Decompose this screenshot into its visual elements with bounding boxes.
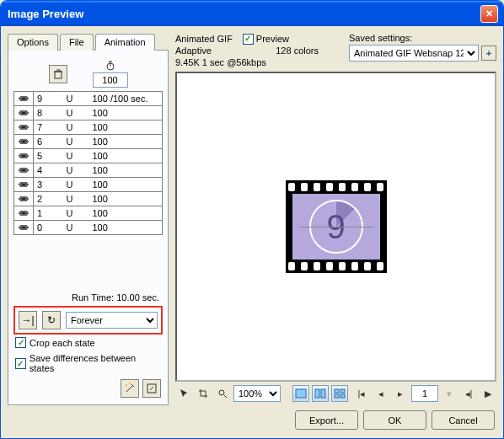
- eye-icon: [18, 138, 29, 145]
- svg-rect-7: [315, 389, 319, 398]
- eye-icon: [18, 110, 29, 116]
- frame-disposal: U: [51, 163, 89, 178]
- play-button[interactable]: ▶: [480, 385, 496, 402]
- saved-label: Saved settings:: [349, 33, 496, 43]
- frame-delay-input[interactable]: [93, 72, 128, 88]
- pointer-tool[interactable]: [175, 385, 192, 402]
- runtime-label: Run Time: 10.00 sec.: [13, 289, 163, 304]
- crop-checkbox[interactable]: ✓: [15, 337, 26, 348]
- frame-row[interactable]: 7U100: [14, 120, 163, 135]
- frame-delay: 100: [89, 178, 163, 192]
- loop-button[interactable]: ↻: [42, 311, 61, 329]
- play-once-button[interactable]: →|: [19, 311, 37, 329]
- next-frame-button[interactable]: ▸: [392, 385, 409, 402]
- frame-delay: 100: [89, 206, 163, 221]
- trash-icon: [53, 69, 63, 79]
- frame-number: 1: [34, 206, 51, 221]
- export-button[interactable]: Export...: [295, 410, 358, 430]
- svg-rect-8: [321, 389, 325, 398]
- view-2up-button[interactable]: [312, 385, 329, 402]
- frame-disposal: U: [51, 221, 89, 235]
- tab-file[interactable]: File: [60, 34, 94, 51]
- frame-delay: 100: [89, 163, 163, 178]
- view-1-icon: [295, 388, 307, 399]
- frame-number: 7: [34, 120, 51, 135]
- eye-icon: [18, 124, 29, 131]
- frame-number: 0: [34, 221, 51, 235]
- view-4up-button[interactable]: [331, 385, 348, 402]
- cancel-button[interactable]: Cancel: [432, 410, 495, 430]
- eye-icon: [18, 195, 29, 202]
- ok-button[interactable]: OK: [363, 410, 426, 430]
- frame-number: 2: [34, 192, 51, 206]
- frame-disposal: U: [51, 149, 89, 163]
- tab-animation[interactable]: Animation: [95, 34, 155, 51]
- window-title: Image Preview: [6, 8, 480, 20]
- svg-rect-10: [340, 389, 345, 393]
- frame-row[interactable]: 3U100: [14, 178, 163, 192]
- play-prev-button[interactable]: ◂|: [460, 385, 477, 402]
- pointer-icon: [179, 388, 189, 399]
- add-setting-button[interactable]: +: [481, 46, 496, 61]
- mode-label: Adaptive: [175, 45, 212, 56]
- frame-number: 9: [34, 92, 51, 106]
- svg-point-2: [126, 384, 127, 386]
- first-frame-button[interactable]: |◂: [353, 385, 370, 402]
- view-1up-button[interactable]: [292, 385, 309, 402]
- frame-row[interactable]: 0U100: [14, 221, 163, 235]
- edit-button[interactable]: [142, 379, 161, 398]
- frame-number-input[interactable]: [411, 385, 438, 402]
- format-label: Animated GIF: [175, 33, 233, 45]
- diff-checkbox[interactable]: ✓: [15, 358, 26, 369]
- zoom-select[interactable]: 100%: [233, 385, 281, 402]
- loop-controls: →| ↻ Forever: [13, 306, 163, 335]
- saved-settings-select[interactable]: Animated GIF Websnap 128: [349, 45, 479, 62]
- diff-label: Save differences between states: [29, 353, 161, 373]
- eye-icon: [18, 167, 29, 174]
- svg-rect-6: [296, 389, 306, 398]
- frame-delay: 100: [89, 135, 163, 149]
- frame-spinner[interactable]: ▾: [441, 385, 458, 402]
- colors-label: 128 colors: [276, 45, 319, 56]
- frame-row[interactable]: 2U100: [14, 192, 163, 206]
- svg-point-5: [219, 390, 224, 395]
- loop-select[interactable]: Forever: [66, 312, 158, 329]
- frame-number: 4: [34, 163, 51, 178]
- tab-strip: Options File Animation: [8, 33, 169, 51]
- eye-icon: [18, 181, 29, 188]
- frame-row[interactable]: 9U100 /100 sec.: [14, 92, 163, 106]
- zoom-tool[interactable]: [214, 385, 231, 402]
- close-button[interactable]: ✕: [480, 5, 498, 23]
- eye-icon: [18, 95, 29, 102]
- svg-rect-9: [335, 389, 339, 393]
- frame-delay: 100: [89, 149, 163, 163]
- frame-number: 8: [34, 106, 51, 120]
- frame-row[interactable]: 8U100: [14, 106, 163, 120]
- svg-point-3: [129, 383, 131, 384]
- tab-options[interactable]: Options: [8, 34, 58, 51]
- preview-toolbar: 100% |◂ ◂ ▸ ▾ ◂| ▶: [175, 382, 496, 405]
- crop-tool[interactable]: [195, 385, 212, 402]
- prev-frame-button[interactable]: ◂: [373, 385, 389, 402]
- svg-rect-12: [340, 394, 345, 398]
- preview-canvas: 9: [175, 72, 496, 382]
- wand-icon: [124, 383, 136, 394]
- svg-rect-0: [55, 72, 62, 78]
- frame-number: 6: [34, 135, 51, 149]
- preview-checkbox[interactable]: ✓: [243, 34, 254, 45]
- frame-row[interactable]: 6U100: [14, 135, 163, 149]
- frame-row[interactable]: 1U100: [14, 206, 163, 221]
- titlebar[interactable]: Image Preview ✕: [1, 1, 503, 26]
- view-4-icon: [334, 388, 346, 399]
- svg-rect-11: [335, 394, 339, 398]
- frame-delay: 100: [89, 106, 163, 120]
- wizard-button[interactable]: [121, 379, 139, 398]
- frame-row[interactable]: 4U100: [14, 163, 163, 178]
- frame-disposal: U: [51, 206, 89, 221]
- frame-disposal: U: [51, 106, 89, 120]
- frame-disposal: U: [51, 192, 89, 206]
- delete-frame-button[interactable]: [49, 65, 67, 83]
- preview-label: Preview: [256, 33, 289, 45]
- frame-row[interactable]: 5U100: [14, 149, 163, 163]
- magnifier-icon: [217, 388, 228, 399]
